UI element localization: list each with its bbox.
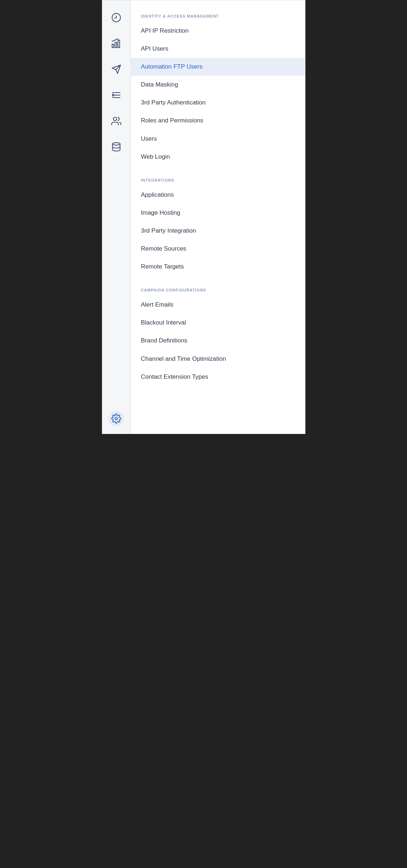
dashboard-icon[interactable] [110,11,123,24]
svg-point-14 [115,417,118,420]
svg-point-13 [113,143,120,145]
nav-item-alert-emails[interactable]: Alert Emails [131,296,305,314]
nav-item-remote-sources[interactable]: Remote Sources [131,240,305,258]
section-title-campaign: CAMPAIGN CONFIGURATIONS [131,281,305,296]
svg-rect-4 [115,42,117,48]
nav-item-brand-definitions[interactable]: Brand Definitions [131,332,305,350]
nav-item-web-login[interactable]: Web Login [131,148,305,166]
app-container: IDENTITY & ACCESS MANAGEMENT API IP Rest… [102,0,305,434]
nav-item-3rd-party-auth[interactable]: 3rd Party Authentication [131,94,305,112]
nav-item-users[interactable]: Users [131,130,305,148]
nav-item-image-hosting[interactable]: Image Hosting [131,204,305,222]
nav-item-data-masking[interactable]: Data Masking [131,76,305,94]
nav-item-contact-extension-types[interactable]: Contact Extension Types [131,368,305,386]
svg-rect-9 [113,94,114,96]
nav-item-blackout-interval[interactable]: Blackout Interval [131,314,305,332]
nav-item-roles-permissions[interactable]: Roles and Permissions [131,112,305,130]
svg-line-2 [114,18,116,18]
nav-item-channel-time-optimization[interactable]: Channel and Time Optimization [131,350,305,368]
section-integrations: INTEGRATIONS Applications Image Hosting … [131,172,305,276]
lists-icon[interactable] [110,89,123,102]
nav-item-3rd-party-integration[interactable]: 3rd Party Integration [131,222,305,240]
section-title-integrations: INTEGRATIONS [131,172,305,186]
section-spacer-1 [131,166,305,172]
svg-rect-3 [112,44,114,47]
settings-icon[interactable] [108,411,124,426]
nav-item-api-users[interactable]: API Users [131,40,305,58]
nav-panel: IDENTITY & ACCESS MANAGEMENT API IP Rest… [131,0,305,434]
nav-item-remote-targets[interactable]: Remote Targets [131,258,305,276]
svg-point-12 [113,117,117,121]
icon-sidebar [102,0,131,434]
analytics-icon[interactable] [110,37,123,50]
nav-item-api-ip-restriction[interactable]: API IP Restriction [131,22,305,40]
section-identity: IDENTITY & ACCESS MANAGEMENT API IP Rest… [131,8,305,166]
contacts-icon[interactable] [110,115,123,127]
campaigns-icon[interactable] [110,63,123,76]
nav-item-automation-ftp-users[interactable]: Automation FTP Users [131,58,305,76]
section-spacer-2 [131,276,305,281]
database-icon[interactable] [110,140,123,153]
svg-rect-5 [118,40,120,48]
section-campaign-configs: CAMPAIGN CONFIGURATIONS Alert Emails Bla… [131,281,305,386]
nav-item-applications[interactable]: Applications [131,186,305,204]
section-title-identity: IDENTITY & ACCESS MANAGEMENT [131,8,305,22]
